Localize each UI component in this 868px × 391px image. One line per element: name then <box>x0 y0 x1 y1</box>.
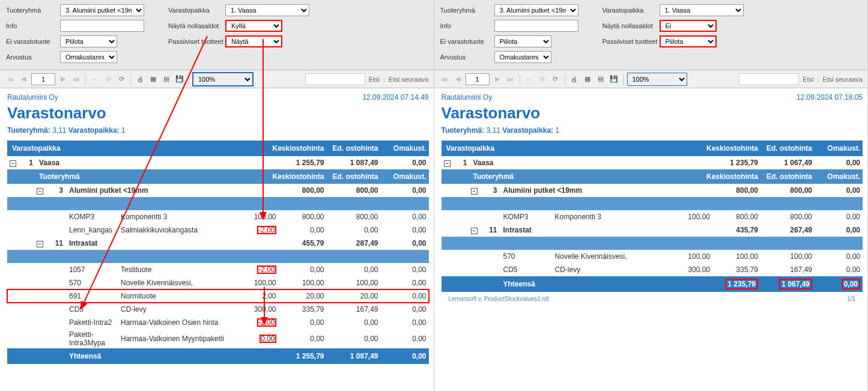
report-datetime: 12.09.2024 07.14.49 <box>362 93 428 102</box>
nollasaldot-label: Näytä nollasaldot <box>602 22 660 29</box>
table-row: KOMP3 Komponentti 3 100,00 800,00 800,00… <box>442 210 863 223</box>
collapse-icon[interactable]: − <box>37 241 43 247</box>
ei-varastotuote-label: Ei varastotuote <box>440 38 494 45</box>
report-title: Varastonarvo <box>7 104 429 123</box>
varastopaikka-label: Varastopaikka <box>602 7 660 14</box>
page-number-input[interactable] <box>31 73 55 85</box>
filter-area: Tuoteryhmä 3. Alumiini putket <19mm Vara… <box>434 0 868 70</box>
last-page-icon[interactable]: ⏭ <box>505 74 516 85</box>
report-title: Varastonarvo <box>442 104 863 123</box>
refresh-icon[interactable]: ⟳ <box>116 74 127 85</box>
info-input[interactable] <box>60 20 144 32</box>
report-area: Rautalumiini Oy 12.09.2024 07.14.49 Vara… <box>0 88 434 391</box>
ei-varastotuote-combo[interactable]: Piilota <box>60 35 117 47</box>
back-icon[interactable]: ← <box>90 74 100 85</box>
collapse-icon[interactable]: − <box>471 188 478 195</box>
page-setup-icon[interactable]: ▤ <box>595 74 606 85</box>
nollasaldot-combo[interactable]: Kyllä <box>225 20 282 32</box>
prev-page-icon[interactable]: ◀ <box>18 74 29 85</box>
table-row: KOMP3 Komponentti 3 100,00 800,00 800,00… <box>7 210 429 223</box>
table-row: 570 Novelle Kivennäisvesi, 100,00 100,00… <box>7 276 429 289</box>
info-label: Info <box>440 22 494 29</box>
info-input[interactable] <box>494 20 578 32</box>
table-row: CD5 CD-levy 300,00 335,79 167,49 0,00 <box>7 303 429 316</box>
left-panel: Tuoteryhmä 3. Alumiini putket <19mm Vara… <box>0 0 434 391</box>
ei-varastotuote-combo[interactable]: Piilota <box>494 35 551 47</box>
last-page-icon[interactable]: ⏭ <box>71 74 82 85</box>
export-icon[interactable]: 💾 <box>174 74 185 85</box>
print-icon[interactable]: 🖨 <box>135 74 145 85</box>
report-datetime: 12.09.2024 07.18.05 <box>797 93 863 102</box>
table-row: Lenn_kangas Salmiakkikuviokangasta -2,00… <box>7 223 429 237</box>
tuoteryhma-label: Tuoteryhmä <box>440 7 494 14</box>
varastopaikka-label: Varastopaikka <box>168 7 225 14</box>
varastopaikka-combo[interactable]: 1. Vaasa <box>225 4 309 16</box>
prev-page-icon[interactable]: ◀ <box>452 74 463 85</box>
company-name: Rautalumiini Oy <box>7 93 58 102</box>
toolbar: ⏮ ◀ ▶ ⏭ ← ⊘ ⟳ 🖨 ▦ ▤ 💾 100% Etsi | Etsi s… <box>0 70 434 88</box>
report-footer: Lemonsoft v, ProductStockvalues1.rdl 1/1 <box>442 292 863 306</box>
toolbar: ⏮ ◀ ▶ ⏭ ← ⊘ ⟳ 🖨 ▦ ▤ 💾 100% Etsi | Etsi s… <box>434 70 868 88</box>
report-area: Rautalumiini Oy 12.09.2024 07.18.05 Vara… <box>434 88 868 391</box>
collapse-icon[interactable]: − <box>10 160 16 167</box>
nollasaldot-label: Näytä nollasaldot <box>168 22 225 29</box>
zoom-combo[interactable]: 100% <box>193 73 253 86</box>
col-omak: Omakust. <box>378 144 426 153</box>
zoom-combo[interactable]: 100% <box>627 73 687 86</box>
first-page-icon[interactable]: ⏮ <box>5 74 16 85</box>
print-icon[interactable]: 🖨 <box>569 74 580 85</box>
layout-icon[interactable]: ▦ <box>582 74 593 85</box>
report-grid: Varastopaikka Keskiostohinta Ed. ostohin… <box>7 141 429 364</box>
passiiviset-label: Passiiviset tuotteet <box>602 38 660 45</box>
collapse-icon[interactable]: − <box>444 160 451 167</box>
arvostus-combo[interactable]: Omakustannus <box>60 51 117 63</box>
table-row: Paketti-Intra3Mypa Harmaa-Valkoinen Myyn… <box>7 329 429 348</box>
export-icon[interactable]: 💾 <box>609 74 619 85</box>
report-subtitle: Tuoteryhmä: 3,11 Varastopaikka: 1 <box>442 126 863 135</box>
search-next-label[interactable]: Etsi seuraava <box>389 76 429 83</box>
collapse-icon[interactable]: − <box>471 228 478 234</box>
table-row: CD5 CD-levy 300,00 335,79 167,49 0,00 <box>442 263 863 276</box>
table-row: 570 Novelle Kivennäisvesi, 100,00 100,00… <box>442 250 863 263</box>
first-page-icon[interactable]: ⏮ <box>439 74 450 85</box>
ei-varastotuote-label: Ei varastotuote <box>6 38 60 45</box>
col-keskio: Keskiostohinta <box>261 144 324 153</box>
col-varastopaikka: Varastopaikka <box>10 144 64 153</box>
search-input[interactable] <box>739 73 799 85</box>
passiiviset-label: Passiiviset tuotteet <box>168 38 225 45</box>
company-name: Rautalumiini Oy <box>442 93 493 102</box>
nollasaldot-combo[interactable]: Ei <box>660 20 717 32</box>
tuoteryhma-combo[interactable]: 3. Alumiini putket <19mm <box>60 4 144 16</box>
col-ed: Ed. ostohinta <box>324 144 378 153</box>
arvostus-label: Arvostus <box>440 53 494 61</box>
table-row: Paketti-Intra2 Harmaa-Valkoinen Osien hi… <box>7 316 429 329</box>
table-row: 1057 Testituote -2,00 0,00 0,00 0,00 <box>7 263 429 276</box>
search-label[interactable]: Etsi <box>369 76 380 83</box>
passiiviset-combo[interactable]: Piilota <box>660 35 717 47</box>
arvostus-label: Arvostus <box>6 53 60 61</box>
stop-icon[interactable]: ⊘ <box>103 74 114 85</box>
table-row-highlighted: 691 Normituote 2,00 20,00 20,00 0,00 <box>7 289 429 303</box>
page-setup-icon[interactable]: ▤ <box>161 74 172 85</box>
refresh-icon[interactable]: ⟳ <box>550 74 561 85</box>
report-grid: Varastopaikka Keskiostohinta Ed. ostohin… <box>442 141 863 292</box>
next-page-icon[interactable]: ▶ <box>58 74 68 85</box>
stop-icon[interactable]: ⊘ <box>537 74 548 85</box>
back-icon[interactable]: ← <box>524 74 535 85</box>
arvostus-combo[interactable]: Omakustannus <box>494 51 551 63</box>
next-page-icon[interactable]: ▶ <box>492 74 503 85</box>
tuoteryhma-combo[interactable]: 3. Alumiini putket <19mm <box>494 4 578 16</box>
search-next-label[interactable]: Etsi seuraava <box>822 76 863 83</box>
report-subtitle: Tuoteryhmä: 3,11 Varastopaikka: 1 <box>7 126 429 135</box>
page-number-input[interactable] <box>466 73 490 85</box>
tuoteryhma-label: Tuoteryhmä <box>6 7 60 14</box>
right-panel: Tuoteryhmä 3. Alumiini putket <19mm Vara… <box>434 0 869 391</box>
layout-icon[interactable]: ▦ <box>148 74 159 85</box>
passiiviset-combo[interactable]: Näytä <box>225 35 282 47</box>
info-label: Info <box>6 22 60 29</box>
collapse-icon[interactable]: − <box>37 188 43 195</box>
search-input[interactable] <box>305 73 365 85</box>
varastopaikka-combo[interactable]: 1. Vaasa <box>660 4 744 16</box>
filter-area: Tuoteryhmä 3. Alumiini putket <19mm Vara… <box>0 0 434 70</box>
search-label[interactable]: Etsi <box>803 76 813 83</box>
